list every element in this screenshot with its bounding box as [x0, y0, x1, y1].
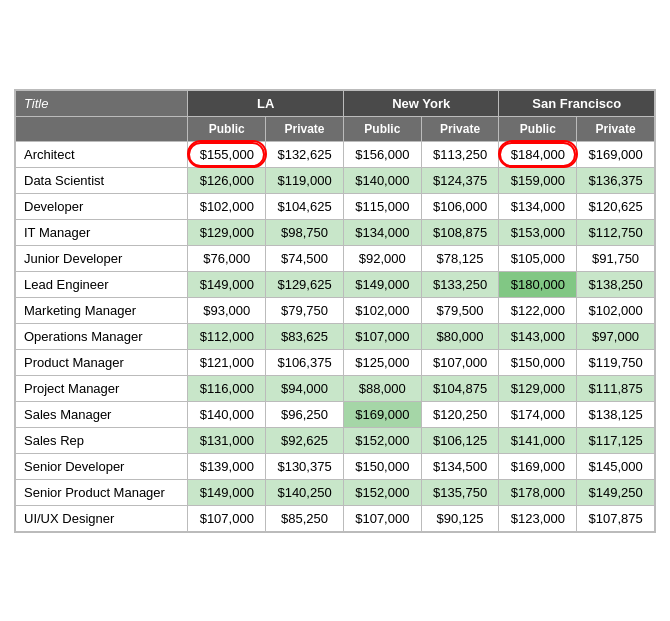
cell-value: $97,000 [577, 323, 655, 349]
cell-title: Sales Manager [16, 401, 188, 427]
cell-value: $93,000 [188, 297, 266, 323]
cell-value: $135,750 [421, 479, 499, 505]
cell-value: $149,000 [188, 271, 266, 297]
cell-value: $115,000 [343, 193, 421, 219]
cell-value: $107,000 [343, 505, 421, 531]
cell-value: $102,000 [188, 193, 266, 219]
table-row: Project Manager$116,000$94,000$88,000$10… [16, 375, 655, 401]
cell-value: $149,250 [577, 479, 655, 505]
cell-value: $112,000 [188, 323, 266, 349]
cell-value: $80,000 [421, 323, 499, 349]
cell-value: $132,625 [266, 141, 344, 167]
table-row: Sales Manager$140,000$96,250$169,000$120… [16, 401, 655, 427]
cell-value: $155,000 [188, 141, 266, 167]
cell-value: $156,000 [343, 141, 421, 167]
cell-value: $180,000 [499, 271, 577, 297]
table-row: IT Manager$129,000$98,750$134,000$108,87… [16, 219, 655, 245]
table-row: Junior Developer$76,000$74,500$92,000$78… [16, 245, 655, 271]
table-row: Developer$102,000$104,625$115,000$106,00… [16, 193, 655, 219]
cell-value: $98,750 [266, 219, 344, 245]
cell-value: $79,500 [421, 297, 499, 323]
table-row: Sales Rep$131,000$92,625$152,000$106,125… [16, 427, 655, 453]
cell-value: $150,000 [343, 453, 421, 479]
cell-value: $106,000 [421, 193, 499, 219]
cell-value: $85,250 [266, 505, 344, 531]
cell-value: $131,000 [188, 427, 266, 453]
city-newyork: New York [343, 90, 499, 116]
cell-value: $96,250 [266, 401, 344, 427]
cell-value: $102,000 [577, 297, 655, 323]
cell-value: $107,000 [421, 349, 499, 375]
cell-value: $91,750 [577, 245, 655, 271]
cell-value: $88,000 [343, 375, 421, 401]
col-sf-public: Public [499, 116, 577, 141]
cell-value: $112,750 [577, 219, 655, 245]
title-header: Title [16, 90, 188, 116]
cell-value: $117,125 [577, 427, 655, 453]
city-sanfrancisco: San Francisco [499, 90, 655, 116]
cell-value: $149,000 [343, 271, 421, 297]
cell-title: Product Manager [16, 349, 188, 375]
cell-value: $153,000 [499, 219, 577, 245]
cell-value: $92,625 [266, 427, 344, 453]
cell-value: $138,125 [577, 401, 655, 427]
table-row: Data Scientist$126,000$119,000$140,000$1… [16, 167, 655, 193]
cell-value: $152,000 [343, 479, 421, 505]
cell-value: $119,000 [266, 167, 344, 193]
cell-value: $178,000 [499, 479, 577, 505]
cell-value: $130,375 [266, 453, 344, 479]
cell-value: $106,125 [421, 427, 499, 453]
cell-value: $136,375 [577, 167, 655, 193]
cell-value: $121,000 [188, 349, 266, 375]
table-row: Lead Engineer$149,000$129,625$149,000$13… [16, 271, 655, 297]
table-row: UI/UX Designer$107,000$85,250$107,000$90… [16, 505, 655, 531]
cell-value: $174,000 [499, 401, 577, 427]
table-row: Senior Product Manager$149,000$140,250$1… [16, 479, 655, 505]
cell-value: $124,375 [421, 167, 499, 193]
cell-value: $120,625 [577, 193, 655, 219]
col-header-title [16, 116, 188, 141]
cell-value: $139,000 [188, 453, 266, 479]
cell-value: $119,750 [577, 349, 655, 375]
cell-value: $90,125 [421, 505, 499, 531]
salary-table-wrapper: Title LA New York San Francisco Public P… [14, 89, 656, 533]
cell-title: Architect [16, 141, 188, 167]
cell-title: Junior Developer [16, 245, 188, 271]
cell-value: $169,000 [343, 401, 421, 427]
cell-value: $106,375 [266, 349, 344, 375]
table-row: Architect$155,000$132,625$156,000$113,25… [16, 141, 655, 167]
col-ny-private: Private [421, 116, 499, 141]
col-ny-public: Public [343, 116, 421, 141]
cell-value: $169,000 [577, 141, 655, 167]
cell-value: $140,000 [188, 401, 266, 427]
cell-value: $126,000 [188, 167, 266, 193]
cell-title: Data Scientist [16, 167, 188, 193]
cell-value: $134,000 [343, 219, 421, 245]
cell-value: $134,000 [499, 193, 577, 219]
cell-value: $129,000 [188, 219, 266, 245]
cell-title: Developer [16, 193, 188, 219]
cell-value: $141,000 [499, 427, 577, 453]
table-row: Senior Developer$139,000$130,375$150,000… [16, 453, 655, 479]
cell-value: $184,000 [499, 141, 577, 167]
cell-value: $122,000 [499, 297, 577, 323]
cell-value: $169,000 [499, 453, 577, 479]
cell-title: UI/UX Designer [16, 505, 188, 531]
cell-value: $107,000 [343, 323, 421, 349]
cell-value: $111,875 [577, 375, 655, 401]
cell-value: $74,500 [266, 245, 344, 271]
cell-value: $107,875 [577, 505, 655, 531]
cell-value: $104,875 [421, 375, 499, 401]
cell-title: Sales Rep [16, 427, 188, 453]
cell-value: $79,750 [266, 297, 344, 323]
cell-value: $107,000 [188, 505, 266, 531]
cell-value: $152,000 [343, 427, 421, 453]
cell-value: $159,000 [499, 167, 577, 193]
cell-value: $108,875 [421, 219, 499, 245]
cell-value: $120,250 [421, 401, 499, 427]
table-row: Product Manager$121,000$106,375$125,000$… [16, 349, 655, 375]
cell-value: $138,250 [577, 271, 655, 297]
cell-value: $113,250 [421, 141, 499, 167]
cell-title: Operations Manager [16, 323, 188, 349]
cell-value: $125,000 [343, 349, 421, 375]
